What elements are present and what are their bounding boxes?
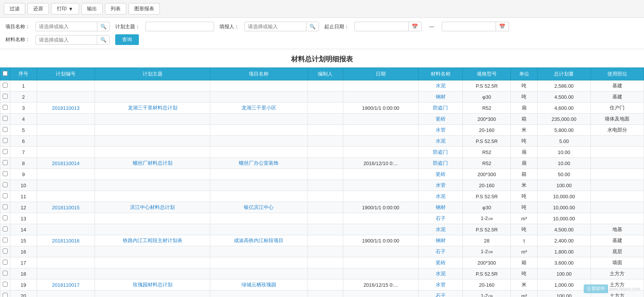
- row-seq: 9: [10, 169, 37, 180]
- row-unit: 吨: [511, 191, 538, 202]
- reset-button[interactable]: 还原: [27, 3, 49, 14]
- date-end-icon[interactable]: 📅: [496, 22, 509, 31]
- row-project-name: [210, 191, 308, 202]
- date-end-input[interactable]: [442, 22, 496, 31]
- select-all-checkbox[interactable]: [3, 71, 8, 76]
- row-plan-no: [37, 213, 95, 224]
- list-button[interactable]: 列表: [105, 3, 126, 14]
- date-start-input[interactable]: [355, 22, 408, 31]
- row-editor: [308, 246, 343, 257]
- row-material-name: 水泥: [419, 191, 463, 202]
- row-unit: m³: [511, 246, 538, 257]
- row-checkbox[interactable]: [3, 215, 8, 220]
- row-spec-model: 1-2㎝: [463, 291, 511, 297]
- row-plan-no: 2018110015: [37, 202, 95, 213]
- row-editor: [308, 213, 343, 224]
- row-checkbox[interactable]: [3, 282, 8, 287]
- row-material-name: 石子: [419, 291, 463, 297]
- row-checkbox[interactable]: [3, 293, 8, 297]
- col-header-checkbox[interactable]: [0, 68, 10, 80]
- row-checkbox-cell: [0, 279, 10, 291]
- reporter-input[interactable]: [245, 22, 306, 31]
- row-unit: m³: [511, 291, 538, 297]
- row-date: [343, 191, 419, 202]
- project-name-input[interactable]: [36, 22, 97, 31]
- material-name-search-btn[interactable]: 🔍: [97, 35, 109, 44]
- row-spec-model: P.S 52.5R: [463, 191, 511, 202]
- row-checkbox[interactable]: [3, 204, 8, 209]
- row-dept: 基建: [591, 235, 644, 246]
- row-seq: 11: [10, 191, 37, 202]
- row-total-plan-qty: 10,000.00: [538, 202, 591, 213]
- row-total-plan-qty: 4,500.00: [538, 224, 591, 235]
- row-project-name: [210, 80, 308, 92]
- row-checkbox[interactable]: [3, 105, 8, 110]
- row-seq: 12: [10, 202, 37, 213]
- row-checkbox[interactable]: [3, 249, 8, 254]
- row-seq: 3: [10, 103, 37, 114]
- reporter-label: 填报人：: [219, 23, 239, 30]
- row-unit: 扇: [511, 158, 538, 169]
- row-unit: 吨: [511, 80, 538, 92]
- row-date: [343, 125, 419, 136]
- row-checkbox[interactable]: [3, 160, 8, 165]
- row-date: [343, 92, 419, 103]
- export-button[interactable]: 输出: [81, 3, 103, 14]
- row-spec-model: R52: [463, 103, 511, 114]
- row-checkbox[interactable]: [3, 271, 8, 276]
- table-row: 2钢材φ30吨4,500.00基建: [0, 92, 644, 103]
- row-editor: [308, 268, 343, 279]
- row-total-plan-qty: 1,000.00: [538, 279, 591, 291]
- row-seq: 13: [10, 213, 37, 224]
- row-checkbox[interactable]: [3, 193, 8, 198]
- row-spec-model: φ30: [463, 92, 511, 103]
- row-editor: [308, 136, 343, 147]
- row-date: [343, 180, 419, 191]
- row-plan-no: 2018110016: [37, 235, 95, 246]
- material-name-input[interactable]: [36, 35, 97, 44]
- row-checkbox[interactable]: [3, 260, 8, 265]
- row-unit: 吨: [511, 224, 538, 235]
- row-unit: 吨: [511, 92, 538, 103]
- row-dept: [591, 147, 644, 158]
- row-checkbox[interactable]: [3, 226, 8, 231]
- row-plan-no: [37, 147, 95, 158]
- row-date: [343, 136, 419, 147]
- row-checkbox[interactable]: [3, 171, 8, 176]
- filter-row-1: 项目名称： 🔍 计划主题： 填报人： 🔍 起止日期： 📅 — 📅: [5, 22, 639, 31]
- filter-button[interactable]: 过滤: [4, 3, 25, 14]
- row-checkbox[interactable]: [3, 116, 8, 121]
- row-checkbox[interactable]: [3, 127, 8, 132]
- row-checkbox[interactable]: [3, 149, 8, 154]
- row-plan-theme: [95, 257, 210, 268]
- row-material-name: 石子: [419, 213, 463, 224]
- col-header-plan-no: 计划编号: [37, 68, 95, 80]
- col-header-unit: 单位: [511, 68, 538, 80]
- print-button[interactable]: 打印 ▼: [51, 3, 79, 14]
- row-dept: 基建: [591, 92, 644, 103]
- row-plan-theme: [95, 191, 210, 202]
- row-plan-theme: [95, 136, 210, 147]
- row-date: [343, 213, 419, 224]
- query-button[interactable]: 查询: [115, 34, 139, 45]
- plan-theme-input[interactable]: [145, 22, 214, 31]
- row-project-name: [210, 257, 308, 268]
- row-plan-no: [37, 80, 95, 92]
- chart-button[interactable]: 图形报表: [129, 3, 160, 14]
- row-dept: [591, 169, 644, 180]
- reporter-search-btn[interactable]: 🔍: [306, 22, 319, 31]
- row-checkbox-cell: [0, 224, 10, 235]
- row-plan-theme: [95, 114, 210, 125]
- row-checkbox[interactable]: [3, 238, 8, 242]
- row-checkbox-cell: [0, 125, 10, 136]
- row-plan-theme: [95, 147, 210, 158]
- table-row: 1水泥P.S 52.5R吨2,586.00基建: [0, 80, 644, 92]
- date-start-icon[interactable]: 📅: [408, 22, 421, 31]
- row-checkbox[interactable]: [3, 94, 8, 99]
- row-unit: 米: [511, 180, 538, 191]
- project-name-search-btn[interactable]: 🔍: [97, 22, 109, 31]
- row-checkbox[interactable]: [3, 83, 8, 88]
- row-plan-theme: [95, 169, 210, 180]
- row-checkbox[interactable]: [3, 138, 8, 143]
- row-checkbox[interactable]: [3, 182, 8, 187]
